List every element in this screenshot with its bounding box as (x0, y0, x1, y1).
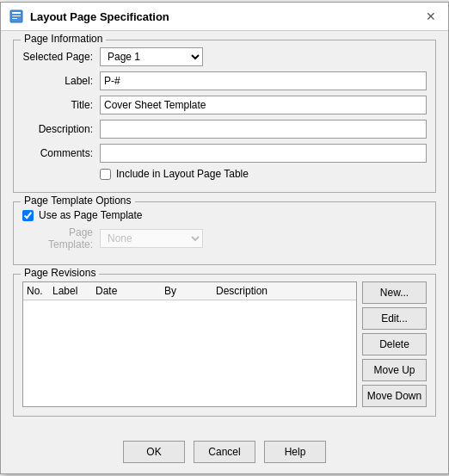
selected-page-row: Selected Page: Page 1 (22, 47, 427, 66)
title-input[interactable] (100, 96, 427, 114)
col-header-label: Label (52, 285, 95, 297)
label-row: Label: (22, 71, 427, 90)
svg-rect-3 (12, 18, 17, 19)
svg-rect-2 (12, 15, 21, 16)
selected-page-label: Selected Page: (22, 51, 100, 63)
label-input[interactable] (100, 71, 427, 90)
dialog-footer: OK Cancel Help (1, 434, 448, 473)
help-button[interactable]: Help (264, 441, 326, 463)
label-field-label: Label: (22, 75, 100, 87)
new-button[interactable]: New... (362, 281, 427, 304)
page-information-label: Page Information (21, 33, 106, 45)
svg-rect-1 (12, 12, 21, 14)
move-up-button[interactable]: Move Up (362, 359, 427, 381)
description-input[interactable] (100, 120, 427, 139)
page-template-options-label: Page Template Options (21, 195, 135, 207)
use-as-page-template-label: Use as Page Template (39, 209, 143, 221)
page-revisions-group: Page Revisions No. Label Date By Descrip… (13, 274, 436, 417)
include-in-layout-label: Include in Layout Page Table (116, 168, 249, 180)
page-revisions-label: Page Revisions (21, 267, 99, 279)
revisions-table: No. Label Date By Description (22, 281, 357, 407)
description-label: Description: (22, 123, 100, 135)
page-template-options-group: Page Template Options Use as Page Templa… (13, 201, 436, 265)
move-down-button[interactable]: Move Down (362, 385, 427, 407)
col-header-by: By (164, 285, 216, 297)
col-header-no: No. (27, 285, 52, 297)
revisions-buttons: New... Edit... Delete Move Up Move Down (362, 281, 427, 407)
col-header-desc: Description (216, 285, 353, 297)
page-template-select[interactable]: None (100, 229, 203, 248)
dialog-body: Page Information Selected Page: Page 1 L… (1, 31, 448, 434)
use-as-page-template-checkbox[interactable] (22, 210, 34, 221)
close-button[interactable]: ✕ (422, 8, 440, 25)
table-header: No. Label Date By Description (23, 282, 356, 300)
include-in-layout-checkbox[interactable] (100, 169, 111, 180)
dialog-icon (9, 9, 23, 23)
comments-row: Comments: (22, 144, 427, 163)
col-header-date: Date (95, 285, 164, 297)
comments-label: Comments: (22, 147, 100, 159)
title-bar: Layout Page Specification ✕ (1, 3, 448, 31)
use-as-page-template-row: Use as Page Template (22, 209, 427, 221)
title-bar-left: Layout Page Specification (9, 9, 169, 23)
page-template-row: Page Template: None (22, 226, 427, 250)
revisions-content: No. Label Date By Description New... Edi… (22, 281, 427, 407)
comments-input[interactable] (100, 144, 427, 163)
title-row: Title: (22, 96, 427, 114)
delete-button[interactable]: Delete (362, 333, 427, 355)
page-information-group: Page Information Selected Page: Page 1 L… (13, 40, 436, 193)
include-in-layout-row: Include in Layout Page Table (100, 168, 427, 180)
ok-button[interactable]: OK (123, 441, 185, 463)
page-template-label: Page Template: (22, 226, 100, 250)
edit-button[interactable]: Edit... (362, 307, 427, 330)
title-field-label: Title: (22, 99, 100, 111)
description-row: Description: (22, 120, 427, 139)
layout-page-specification-dialog: Layout Page Specification ✕ Page Informa… (0, 2, 449, 474)
dialog-title: Layout Page Specification (30, 10, 169, 23)
selected-page-select[interactable]: Page 1 (100, 47, 203, 66)
cancel-button[interactable]: Cancel (194, 441, 255, 463)
